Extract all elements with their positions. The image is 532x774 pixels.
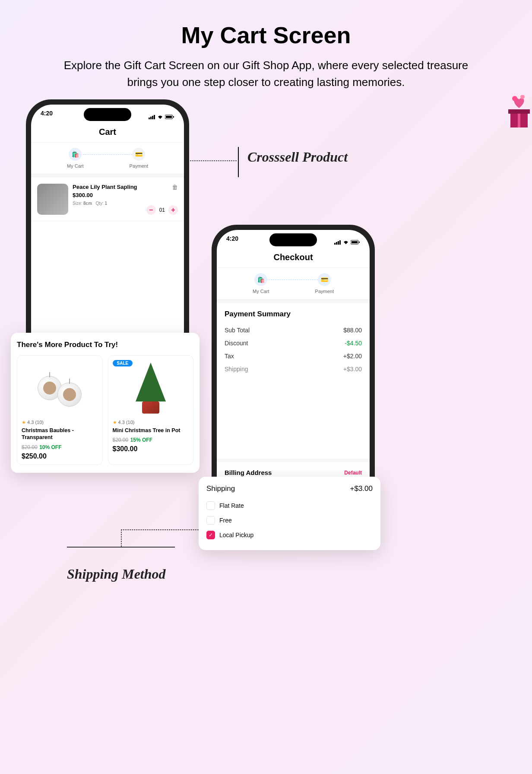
svg-rect-1 [518,112,520,127]
svg-rect-11 [173,116,174,118]
crosssell-title: There's More Product To Try! [17,341,193,349]
rating: ★ 4.3 (10) [22,420,98,425]
svg-rect-10 [166,116,172,118]
notch [269,233,317,246]
wifi-icon [157,115,163,119]
checkbox-icon [206,516,215,525]
product-name: Peace Lily Plant Sapling [73,184,178,190]
card-icon: 💳 [318,273,331,286]
delete-icon[interactable]: 🗑 [172,184,178,191]
svg-rect-5 [149,118,150,119]
svg-rect-22 [352,241,358,243]
svg-rect-18 [336,242,337,245]
shipping-popup: Shipping +$3.00 Flat Rate Free ✓Local Pi… [199,477,380,550]
old-price: $20.00 [22,444,38,450]
step-label: My Cart [253,289,269,294]
annotation-dash-h2 [121,529,205,530]
shipping-label: Shipping [206,484,235,493]
svg-rect-19 [338,241,339,245]
summary-row-shipping: Shipping+$3.00 [225,363,362,376]
signal-icon [149,115,155,119]
cart-item[interactable]: Peace Lily Plant Sapling $300.00 Size: 8… [31,174,184,221]
status-icons [334,235,360,249]
svg-rect-20 [339,240,341,245]
step-payment[interactable]: 💳 Payment [130,148,148,169]
bag-icon: 🛍️ [69,148,82,161]
page-title: My Cart Screen [0,0,532,48]
default-badge: Default [344,470,362,476]
svg-rect-2 [508,109,530,114]
screen-title: Checkout [217,249,370,268]
page-subtitle: Explore the Gift Cart Screen on our Gift… [50,57,482,91]
svg-rect-23 [359,242,360,243]
summary-row-tax: Tax+$2.00 [225,350,362,363]
svg-rect-6 [150,117,152,119]
signal-icon [334,240,341,245]
step-mycart[interactable]: 🛍️ My Cart [67,148,84,169]
svg-rect-7 [152,116,153,119]
step-label: My Cart [67,163,84,169]
battery-icon [165,115,174,119]
product-card[interactable]: ★ 4.3 (10) Christmas Baubles - Transpare… [17,355,103,465]
shipping-option-localpickup[interactable]: ✓Local Pickup [206,528,373,542]
rating: ★ 4.3 (10) [113,420,189,425]
step-mycart[interactable]: 🛍️ My Cart [253,273,269,294]
qty-value: 01 [159,207,165,213]
discount-label: 15% OFF [130,437,152,443]
star-icon: ★ [22,420,26,425]
bag-icon: 🛍️ [254,273,267,286]
wifi-icon [343,240,349,245]
old-price: $20.00 [113,437,129,443]
svg-rect-17 [334,243,336,245]
checkout-steps: 🛍️ My Cart 💳 Payment [217,268,370,299]
annotation-dash-v2 [121,529,122,547]
svg-point-3 [512,96,517,101]
shipping-value: +$3.00 [350,484,373,493]
screen-title: Cart [31,124,184,142]
battery-icon [351,240,360,245]
step-label: Payment [130,163,148,169]
step-label: Payment [315,289,334,294]
qty-minus-button[interactable]: − [146,205,156,215]
shipping-option-free[interactable]: Free [206,513,373,528]
checkbox-checked-icon: ✓ [206,531,215,539]
summary-row-subtotal: Sub Total$88.00 [225,324,362,337]
summary-row-discount: Discount-$4.50 [225,337,362,350]
price: $300.00 [113,445,189,453]
status-icons [149,110,174,124]
quantity-stepper: − 01 + [146,205,178,215]
step-payment[interactable]: 💳 Payment [315,273,334,294]
gift-decoration-icon [506,95,532,130]
checkout-steps: 🛍️ My Cart 💳 Payment [31,142,184,174]
qty-plus-button[interactable]: + [168,205,178,215]
status-time: 4:20 [226,235,238,249]
product-image [22,360,98,416]
checkbox-icon [206,501,215,510]
discount-label: 10% OFF [39,444,61,450]
crosssell-popup: There's More Product To Try! ★ 4.3 (10) … [11,333,200,473]
annotation-shipping: Shipping Method [67,566,166,582]
product-price: $300.00 [73,192,178,198]
product-image [113,360,189,416]
svg-rect-8 [154,115,155,119]
payment-summary: Payment Summary Sub Total$88.00 Discount… [217,299,370,382]
status-time: 4:20 [41,110,53,124]
shipping-option-flatrate[interactable]: Flat Rate [206,498,373,513]
product-name: Mini Christmas Tree in Pot [113,427,189,434]
product-name: Christmas Baubles - Transparent [22,427,98,441]
annotation-crosssell: Crosssell Product [247,149,348,165]
annotation-vline [238,147,239,177]
annotation-underline [67,547,175,548]
product-card[interactable]: SALE ★ 4.3 (10) Mini Christmas Tree in P… [108,355,194,465]
notch [84,108,131,121]
star-icon: ★ [113,420,117,425]
card-icon: 💳 [132,148,145,161]
product-thumb [37,184,68,215]
summary-title: Payment Summary [225,310,362,319]
sale-badge: SALE [113,360,133,366]
billing-title: Billing Address [225,469,272,476]
price: $250.00 [22,452,98,460]
